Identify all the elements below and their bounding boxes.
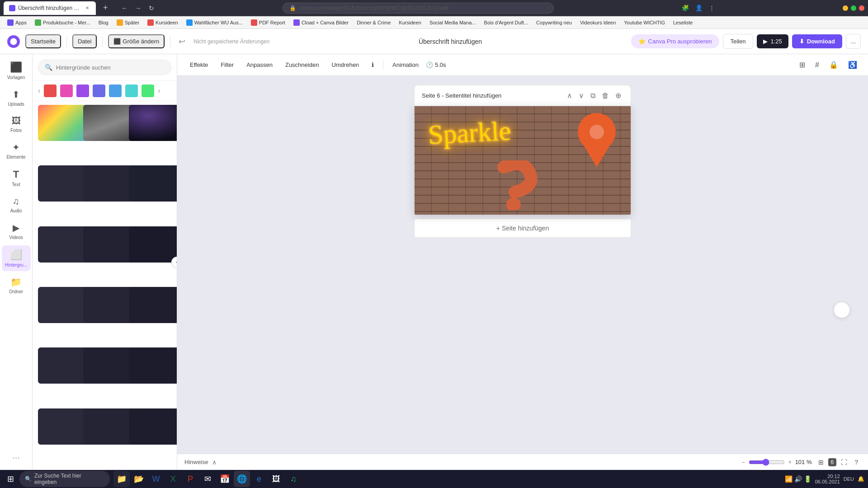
resize-button[interactable]: ⬛ Größe ändern [108,34,165,48]
bookmark-cload[interactable]: Cload + Canva Bilder [290,18,352,27]
bookmark-kursideen[interactable]: Kursideen [144,18,182,27]
canvas-refresh-button[interactable]: ↻ [834,302,850,318]
taskbar-app-excel[interactable]: X [165,471,181,487]
color-swatch-purple[interactable] [76,84,89,97]
bookmark-youtube[interactable]: Youtube WICHTIG [620,19,669,27]
accessibility-tool-button[interactable]: ♿ [844,58,861,72]
taskbar-app-calendar[interactable]: 📅 [217,471,233,487]
animate-button[interactable]: Animation [387,59,424,71]
sidebar-item-fotos[interactable]: 🖼 Fotos [2,112,31,136]
bookmark-spaeter[interactable]: Später [113,18,143,27]
taskbar-app-photos[interactable]: 🖼 [268,471,284,487]
close-button[interactable] [859,5,864,11]
info-button[interactable]: ℹ [366,59,379,71]
sidebar-item-videos[interactable]: ▶ Videos [2,219,31,244]
page-add-button[interactable]: ⊕ [613,90,623,101]
crop-button[interactable]: Zuschneiden [280,59,324,71]
more-options-button[interactable]: ... [846,34,861,49]
design-canvas[interactable]: Sparkle [414,106,631,215]
bookmark-videokurs[interactable]: Videokurs Ideen [576,19,619,27]
color-swatch-green[interactable] [142,84,154,97]
windows-start-button[interactable]: ⊞ [4,472,18,486]
taskbar-app-edge[interactable]: e [251,471,267,487]
color-swatch-pink[interactable] [60,84,73,97]
thumbnail-item[interactable] [129,287,177,323]
download-button[interactable]: ⬇ Download [792,34,842,48]
filter-button[interactable]: Filter [215,59,239,71]
thumbnail-item[interactable] [129,105,177,141]
color-swatch-red[interactable] [44,84,57,97]
maximize-button[interactable] [851,5,856,11]
canva-logo[interactable] [7,35,20,48]
home-button[interactable]: Startseite [25,34,61,48]
taskbar-app-chrome[interactable]: 🌐 [234,471,250,487]
sidebar-item-elemente[interactable]: ✦ Elemente [2,138,31,163]
canvas-image[interactable]: Sparkle [415,106,631,215]
sidebar-item-text[interactable]: T Text [2,165,31,191]
taskbar-search[interactable]: 🔍 Zur Suche Text hier eingeben [19,471,110,487]
tab-close-button[interactable]: ✕ [84,5,90,11]
add-page-button[interactable]: + Seite hinzufügen [414,219,631,238]
search-box[interactable]: 🔍 [38,60,171,75]
grid-view-button[interactable]: ⊞ [816,457,826,468]
profile-button[interactable]: 👤 [693,3,704,13]
address-bar[interactable]: 🔒 canva.com/design/DAEdomzscjl/drBfjHdCo… [283,3,554,14]
notifications-button[interactable]: 🔔 [858,476,864,482]
bookmark-bois[interactable]: Bois d'Argent Duft... [481,19,532,27]
pro-button[interactable]: ⭐ Canva Pro ausprobieren [631,34,719,48]
page-delete-button[interactable]: 🗑 [599,90,611,101]
grid-tool-button[interactable]: ⊞ [796,58,809,72]
share-button[interactable]: Teilen [723,34,754,49]
forward-button[interactable]: → [132,3,144,14]
zoom-slider[interactable] [749,459,785,466]
canvas-scroll[interactable]: ↻ Seite 6 - Seitentitel hinzufügen ∧ ∨ ⧉… [177,76,868,454]
thumbnail-item[interactable] [129,165,177,202]
extensions-button[interactable]: 🧩 [680,3,691,13]
hints-toggle[interactable]: ∧ [212,459,217,466]
lock-tool-button[interactable]: 🔒 [826,58,842,72]
sidebar-item-vorlagen[interactable]: ⬛ Vorlagen [2,58,31,84]
page-duplicate-button[interactable]: ⧉ [588,90,598,101]
minimize-button[interactable] [843,5,848,11]
taskbar-app-word[interactable]: W [148,471,164,487]
swatch-next-button[interactable]: › [158,87,160,95]
color-swatch-blue[interactable] [109,84,122,97]
bookmark-pdf[interactable]: PDF Report [247,18,289,27]
page-up-button[interactable]: ∧ [565,90,575,101]
help-button[interactable]: ? [852,457,861,468]
adjust-button[interactable]: Anpassen [241,59,278,71]
sidebar-more-button[interactable]: ··· [12,452,20,466]
taskbar-app-mail[interactable]: ✉ [199,471,216,487]
bookmark-apps[interactable]: Apps [4,18,30,27]
browser-menu-button[interactable]: ⋮ [707,3,717,13]
thumbnail-item[interactable] [129,347,177,384]
taskbar-app-powerpoint[interactable]: P [182,471,198,487]
bookmark-blog[interactable]: Blog [95,19,112,27]
sidebar-item-hintergruende[interactable]: ⬜ Hintergru... [2,245,31,271]
taskbar-app-files[interactable]: 📁 [113,471,130,487]
fullscreen-button[interactable]: ⛶ [838,457,850,468]
bookmark-dinner[interactable]: Dinner & Crime [353,19,394,27]
back-button[interactable]: ← [119,3,131,14]
taskbar-app-explorer[interactable]: 📂 [131,471,147,487]
search-input[interactable] [56,64,165,71]
sidebar-item-uploads[interactable]: ⬆ Uploads [2,85,31,110]
page-down-button[interactable]: ∨ [576,90,586,101]
refresh-button[interactable]: ↻ [146,3,157,14]
play-button[interactable]: ▶ 1:25 [757,34,788,48]
undo-button[interactable]: ↩ [176,34,188,49]
thumbnail-item[interactable] [129,226,177,263]
rotate-button[interactable]: Umdrehen [326,59,364,71]
browser-tab[interactable]: Überschrift hinzufügen – Logo ✕ [4,1,96,15]
bookmark-kursideen2[interactable]: Kursideen [395,19,425,27]
sidebar-item-audio[interactable]: ♫ Audio [2,192,31,217]
bookmark-produktsuche[interactable]: Produktsuche - Mer... [31,18,94,27]
swatch-prev-button[interactable]: ‹ [38,87,40,95]
bookmark-wahlfaecher[interactable]: Wahlfächer WU Aus... [183,18,246,27]
bookmark-leseliste[interactable]: Leseliste [670,19,696,27]
taskbar-app-music[interactable]: ♫ [285,471,302,487]
checker-tool-button[interactable]: # [811,58,823,72]
file-button[interactable]: Datei [72,34,97,48]
new-tab-button[interactable]: + [99,2,112,14]
bookmark-social[interactable]: Social Media Mana... [426,19,480,27]
